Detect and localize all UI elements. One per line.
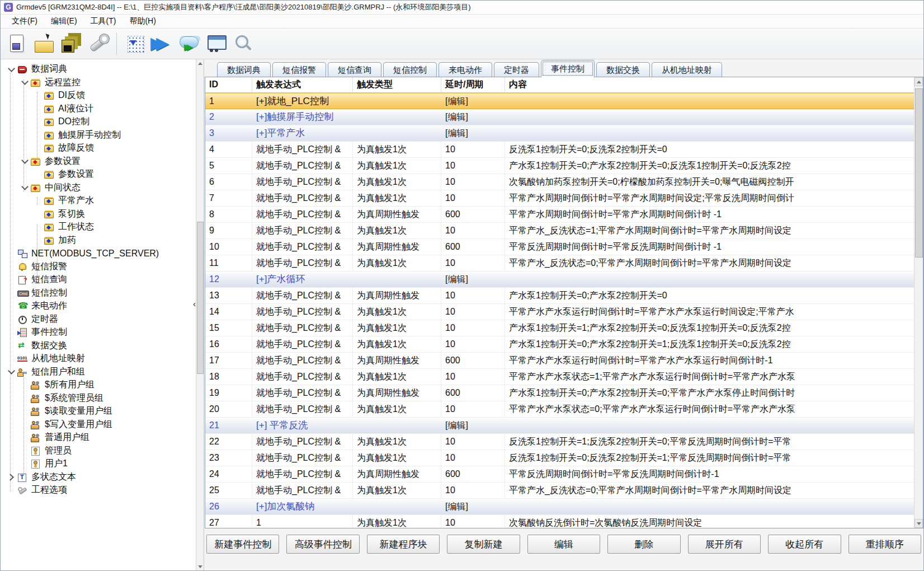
- table-row-22[interactable]: 22就地手动_PLC控制 &为真触发1次10反洗泵1控制开关=1;反洗泵2控制开…: [205, 434, 923, 450]
- edit-link[interactable]: [编辑]: [445, 112, 468, 121]
- table-row-11[interactable]: 11就地手动_PLC控制 &为真触发1次10平常产水_反洗状态=0;平常产水周期…: [205, 255, 923, 272]
- table-row-19[interactable]: 19就地手动_PLC控制 &为真周期性触发600产水泵1控制开关=0;产水泵2控…: [205, 385, 923, 401]
- edit-link[interactable]: [编辑]: [445, 274, 468, 284]
- tree-item-短信控制[interactable]: 短信控制: [1, 287, 196, 300]
- tab-短信报警[interactable]: 短信报警: [272, 62, 326, 77]
- tree-item-短信查询[interactable]: 短信查询: [1, 273, 196, 287]
- table-row-12[interactable]: 12[+]产水循环[编辑]: [205, 272, 923, 288]
- tree-item-来电动作[interactable]: 来电动作: [1, 299, 196, 313]
- action-button-展开所有[interactable]: 展开所有: [688, 535, 761, 554]
- tree-item-多状态文本[interactable]: 多状态文本: [1, 471, 196, 484]
- tree-item-$所有用户组[interactable]: $所有用户组: [1, 378, 196, 392]
- edit-link[interactable]: [编辑]: [445, 420, 468, 430]
- table-row-2[interactable]: 2[+]触摸屏手动控制[编辑]: [205, 109, 923, 125]
- tree-item-事件控制[interactable]: 事件控制: [1, 326, 196, 339]
- table-row-7[interactable]: 7就地手动_PLC控制 &为真触发1次10平常产水周期时间倒计时=平常产水周期时…: [205, 190, 923, 207]
- action-button-新建程序块[interactable]: 新建程序块: [367, 535, 440, 554]
- menu-item-0[interactable]: 文件(F): [5, 15, 44, 27]
- search-icon[interactable]: [230, 31, 256, 57]
- tree-item-$读取变量用户组[interactable]: $读取变量用户组: [1, 405, 196, 418]
- menu-item-1[interactable]: 编辑(E): [44, 15, 84, 27]
- action-button-删除[interactable]: 删除: [607, 535, 680, 554]
- open-project-icon[interactable]: [31, 31, 57, 57]
- tools-wrench-icon[interactable]: [85, 31, 111, 57]
- edit-link[interactable]: [编辑]: [445, 96, 468, 106]
- tree-item-参数设置[interactable]: 参数设置: [1, 155, 196, 169]
- tab-短信控制[interactable]: 短信控制: [383, 62, 437, 77]
- table-row-23[interactable]: 23就地手动_PLC控制 &为真触发1次10反洗泵1控制开关=0;反洗泵2控制开…: [205, 450, 923, 466]
- tab-定时器[interactable]: 定时器: [494, 62, 539, 77]
- tab-数据交换[interactable]: 数据交换: [596, 62, 650, 77]
- table-row-6[interactable]: 6就地手动_PLC控制 &为真触发1次10次氯酸钠加药泵控制开关=0;柠檬酸加药…: [205, 174, 923, 190]
- tree-item-数据词典[interactable]: 数据词典: [1, 63, 196, 76]
- scroll-down-arrow[interactable]: [914, 519, 923, 528]
- chevron-down-icon[interactable]: [21, 78, 29, 85]
- table-row-18[interactable]: 18就地手动_PLC控制 &为真触发1次10平常产水产水泵状态=1;平常产水产水…: [205, 369, 923, 385]
- edit-link[interactable]: [编辑]: [445, 502, 468, 511]
- tree-item-加药[interactable]: 加药: [1, 234, 196, 247]
- tree-item-AI液位计[interactable]: AI液位计: [1, 102, 196, 116]
- table-row-5[interactable]: 5就地手动_PLC控制 &为真触发1次10产水泵1控制开关=0;产水泵2控制开关…: [205, 158, 923, 174]
- cloud-run-icon[interactable]: [176, 31, 202, 57]
- action-button-高级事件控制[interactable]: 高级事件控制: [286, 535, 359, 554]
- tab-从机地址映射[interactable]: 从机地址映射: [652, 62, 722, 77]
- scrollbar-thumb[interactable]: [197, 222, 204, 374]
- table-row-27[interactable]: 271为真触发1次10次氯酸钠反洗倒计时=次氯酸钠反洗周期时间设定: [205, 515, 923, 528]
- tab-事件控制[interactable]: 事件控制: [541, 60, 595, 77]
- table-row-4[interactable]: 4就地手动_PLC控制 &为真触发1次10反洗泵1控制开关=0;反洗泵2控制开关…: [205, 142, 923, 158]
- table-row-3[interactable]: 3[+]平常产水[编辑]: [205, 125, 923, 142]
- tree-item-NET(MODBUS_TCP_SERVER)[interactable]: NET(MODBUS_TCP_SERVER): [1, 247, 196, 260]
- chevron-right-icon[interactable]: [7, 474, 14, 481]
- table-row-25[interactable]: 25就地手动_PLC控制 &为真触发1次10平常产水_反洗状态=0;平常产水周期…: [205, 483, 923, 499]
- tree-item-参数设置[interactable]: 参数设置: [1, 168, 196, 181]
- tree-item-用户1[interactable]: 用户1: [1, 457, 196, 471]
- table-row-15[interactable]: 15就地手动_PLC控制 &为真触发1次10产水泵1控制开关=1;产水泵2控制开…: [205, 320, 923, 336]
- tab-数据词典[interactable]: 数据词典: [217, 62, 271, 77]
- table-row-9[interactable]: 9就地手动_PLC控制 &为真触发1次10平常产水_反洗状态=1;平常产水周期时…: [205, 223, 923, 239]
- tree-item-泵切换[interactable]: 泵切换: [1, 208, 196, 221]
- tree-item-数据交换[interactable]: 数据交换: [1, 339, 196, 353]
- tree-item-短信用户和组[interactable]: 短信用户和组: [1, 366, 196, 379]
- table-row-20[interactable]: 20就地手动_PLC控制 &为真触发1次10平常产水产水泵状态=0;平常产水产水…: [205, 401, 923, 418]
- table-row-16[interactable]: 16就地手动_PLC控制 &为真触发1次10产水泵1控制开关=0;产水泵2控制开…: [205, 336, 923, 353]
- run-icon[interactable]: [149, 31, 175, 57]
- action-button-重排顺序[interactable]: 重排顺序: [848, 535, 921, 554]
- table-row-1[interactable]: 1[+]就地_PLC控制[编辑]: [205, 93, 923, 109]
- action-button-复制新建[interactable]: 复制新建: [447, 535, 520, 554]
- table-row-24[interactable]: 24就地手动_PLC控制 &为真周期性触发600平常反洗周期时间倒计时=平常反洗…: [205, 466, 923, 483]
- menu-item-3[interactable]: 帮助(H): [122, 15, 162, 27]
- tree-item-$写入变量用户组[interactable]: $写入变量用户组: [1, 418, 196, 432]
- tree-item-故障反馈[interactable]: 故障反馈: [1, 142, 196, 155]
- chevron-down-icon[interactable]: [8, 65, 15, 72]
- tree-item-工程选项[interactable]: 工程选项: [1, 484, 196, 497]
- chevron-down-icon[interactable]: [8, 367, 15, 375]
- scroll-down-arrow[interactable]: [196, 563, 204, 570]
- tree-item-$系统管理员组[interactable]: $系统管理员组: [1, 392, 196, 405]
- remote-monitor-icon[interactable]: [203, 31, 229, 57]
- table-row-21[interactable]: 21[+] 平常反洗[编辑]: [205, 418, 923, 434]
- tab-来电动作[interactable]: 来电动作: [439, 62, 492, 77]
- scroll-up-arrow[interactable]: [196, 59, 204, 67]
- download-device-icon[interactable]: [122, 31, 148, 57]
- sidebar-collapse-icon[interactable]: ‹: [193, 299, 196, 308]
- tree-item-DO控制[interactable]: DO控制: [1, 115, 196, 129]
- table-row-13[interactable]: 13就地手动_PLC控制 &为真周期性触发10产水泵1控制开关=0;产水泵2控制…: [205, 288, 923, 304]
- tree-item-平常产水[interactable]: 平常产水: [1, 194, 196, 208]
- tree-item-触摸屏手动控制[interactable]: 触摸屏手动控制: [1, 129, 196, 142]
- menu-item-2[interactable]: 工具(T): [84, 15, 123, 27]
- sidebar-scrollbar[interactable]: ‹: [196, 59, 204, 570]
- table-row-8[interactable]: 8就地手动_PLC控制 &为真周期性触发600平常产水周期时间倒计时=平常产水周…: [205, 207, 923, 223]
- table-row-10[interactable]: 10就地手动_PLC控制 &为真周期性触发600平常反洗周期时间倒计时=平常反洗…: [205, 239, 923, 255]
- table-scrollbar[interactable]: [914, 77, 923, 528]
- action-button-收起所有[interactable]: 收起所有: [768, 535, 841, 554]
- tree-item-短信报警[interactable]: 短信报警: [1, 260, 196, 274]
- chevron-down-icon[interactable]: [21, 183, 29, 190]
- chevron-down-icon[interactable]: [21, 157, 29, 164]
- tree-item-中间状态[interactable]: 中间状态: [1, 181, 196, 195]
- save-all-icon[interactable]: [58, 31, 84, 57]
- tab-短信查询[interactable]: 短信查询: [328, 62, 381, 77]
- action-button-新建事件控制[interactable]: 新建事件控制: [206, 535, 279, 554]
- tree-item-从机地址映射[interactable]: 从机地址映射: [1, 352, 196, 366]
- table-row-17[interactable]: 17就地手动_PLC控制 &为真周期性触发600平常产水产水泵运行时间倒计时=平…: [205, 353, 923, 369]
- tree-item-定时器[interactable]: 定时器: [1, 313, 196, 326]
